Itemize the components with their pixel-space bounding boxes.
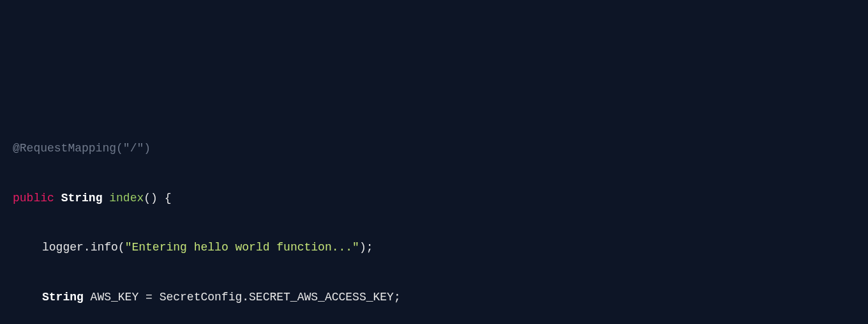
var-name: AWS_KEY	[84, 291, 146, 304]
method-name: index	[109, 192, 144, 204]
paren-open: (	[118, 241, 125, 254]
method-call-info: info	[91, 241, 118, 254]
code-line-3: logger.info("Entering hello world functi…	[13, 235, 855, 260]
brace-open: {	[158, 192, 172, 204]
dot: .	[84, 241, 91, 254]
keyword-public: public	[13, 192, 54, 204]
paren-open: (	[116, 142, 123, 155]
rhs: SecretConfig.SECRET_AWS_ACCESS_KEY;	[160, 291, 401, 304]
code-block: @RequestMapping("/") public String index…	[13, 112, 855, 324]
logger-obj: logger	[42, 241, 84, 254]
equals: =	[146, 291, 160, 304]
paren-close: )	[144, 142, 151, 155]
string-literal: "Entering hello world function..."	[125, 241, 359, 254]
return-type: String	[61, 192, 103, 204]
annotation: @RequestMapping	[13, 142, 116, 155]
paren-close-semi: );	[359, 241, 373, 254]
annotation-path: "/"	[123, 142, 144, 155]
var-type: String	[42, 291, 84, 304]
parens: ()	[144, 192, 158, 204]
code-line-2: public String index() {	[13, 186, 855, 211]
code-line-1: @RequestMapping("/")	[13, 136, 855, 161]
code-line-4: String AWS_KEY = SecretConfig.SECRET_AWS…	[13, 285, 855, 310]
